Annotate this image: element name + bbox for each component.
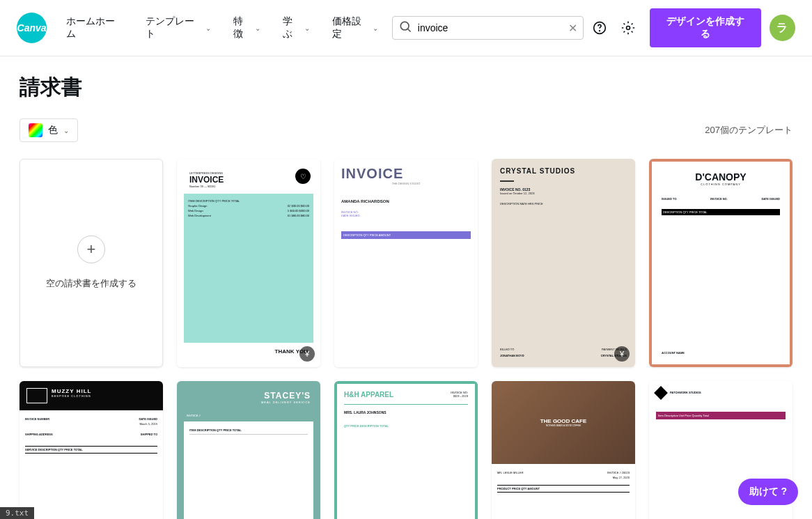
thumb-acct: ACCOUNT NAME	[662, 351, 780, 355]
create-blank-label: 空の請求書を作成する	[46, 277, 136, 290]
thumb-title: INVOICE	[189, 175, 308, 185]
thumb-thankyou: THANK YOU	[184, 343, 313, 360]
template-grid: + 空の請求書を作成する LETTERPRESS DESIGNS INVOICE…	[19, 159, 793, 519]
thumb-brand: PATCHWORK STUDIOS	[670, 391, 701, 394]
thumb-date: DATE ISSUED:	[341, 214, 361, 217]
svg-point-0	[400, 22, 409, 30]
template-card-staceys[interactable]: STACEY'S MEAL DELIVERY SERVICE INVOICE #…	[177, 381, 320, 519]
thumb-invno: INVOICE NUMBER	[25, 417, 49, 421]
create-design-button[interactable]: デザインを作成する	[650, 8, 761, 47]
template-count: 207個のテンプレート	[705, 124, 793, 137]
thumb-client: MR. LESLIE MILLER	[497, 471, 524, 474]
thumb-shipto: SHIPPED TO	[141, 433, 157, 436]
thumb-cols: QTY PRICE DESCRIPTION TOTAL	[344, 424, 468, 428]
thumb-sub: NOTHING BEATS A GOOD COFFEE	[546, 424, 581, 427]
search-icon	[398, 20, 412, 36]
currency-badge-icon: ¥	[299, 346, 315, 362]
template-card-letterpress[interactable]: LETTERPRESS DESIGNS INVOICE Number 78 — …	[177, 159, 320, 367]
svg-point-4	[627, 26, 630, 30]
heart-icon: ♡	[295, 169, 311, 184]
thumb-billed-name: JONATHAN BOYD	[500, 354, 524, 357]
thumb-date: DATE ISSUED	[761, 197, 780, 201]
template-card-crystal-studios[interactable]: CRYSTAL STUDIOS INVOICE NO. 0123 Issued …	[492, 159, 635, 367]
nav-pricing-label: 価格設定	[332, 15, 370, 40]
thumb-sub: THE DESIGN STUDIO	[341, 182, 471, 185]
thumb-cols: ITEM DESCRIPTION QTY PRICE TOTAL	[188, 199, 309, 203]
thumb-sub: CLOTHING COMPANY	[662, 183, 780, 186]
rainbow-swatch-icon	[29, 123, 42, 137]
thumb-title: D'CANOPY	[662, 171, 780, 183]
chevron-down-icon: ⌄	[205, 24, 211, 32]
nav-learn-label: 学ぶ	[283, 15, 302, 40]
template-card-muzzy-hill[interactable]: MUZZY HILL BESPOKE CLOTHING INVOICE NUMB…	[19, 381, 163, 519]
thumb-invno-label: INVOICE NO:	[451, 391, 468, 394]
thumb-title: MUZZY HILL	[52, 388, 91, 394]
floating-help-button[interactable]: 助けて ?	[738, 479, 798, 505]
hanger-icon	[26, 388, 47, 403]
svg-point-3	[599, 31, 600, 31]
thumb-cols: SERVICE DESCRIPTION QTY PRICE TOTAL	[25, 446, 157, 454]
color-filter[interactable]: 色 ⌄	[19, 118, 78, 142]
page-body: 請求書 色 ⌄ 207個のテンプレート + 空の請求書を作成する LETTERP…	[0, 56, 812, 519]
thumb-cols: DESCRIPTION QTY PRICE TOTAL	[662, 209, 780, 215]
thumb-invno: INVOICE NO.	[710, 197, 728, 201]
settings-icon[interactable]	[616, 15, 641, 41]
chevron-down-icon: ⌄	[63, 127, 69, 134]
filter-row: 色 ⌄ 207個のテンプレート	[19, 118, 793, 142]
thumb-billed: BILLED TO	[500, 348, 514, 351]
search-bar[interactable]: ✕	[392, 16, 584, 40]
thumb-client: MRS. LAURA JOHNSONS	[344, 410, 468, 415]
thumb-cols: PRODUCT PRICE QTY AMOUNT	[497, 485, 630, 493]
top-header: Canva ホームホーム テンプレート⌄ 特徴⌄ 学ぶ⌄ 価格設定⌄ ✕ デザイ…	[0, 0, 812, 56]
nav-features[interactable]: 特徴⌄	[225, 10, 269, 46]
template-card-design-studio[interactable]: INVOICE THE DESIGN STUDIO AMANDA RICHARD…	[334, 159, 478, 367]
thumb-title: CRYSTAL STUDIOS	[500, 167, 627, 175]
chevron-down-icon: ⌄	[255, 24, 260, 32]
thumb-title: THE GOOD CAFE	[540, 418, 587, 424]
currency-badge-icon: ¥	[614, 346, 630, 362]
thumb-issued: Issued on October 12, 2023	[500, 192, 627, 195]
thumb-inv: INVOICE # 20023	[607, 471, 630, 474]
thumb-date: May 27, 2020	[613, 476, 630, 479]
thumb-date: DATE ISSUED	[139, 417, 157, 421]
template-card-good-cafe[interactable]: THE GOOD CAFE NOTHING BEATS A GOOD COFFE…	[492, 381, 635, 519]
nav-pricing[interactable]: 価格設定⌄	[324, 10, 387, 46]
thumb-cols: DESCRIPTION RATE HRS PRICE	[500, 202, 627, 206]
thumb-cols: DESCRIPTION QTY PRICE AMOUNT	[341, 231, 471, 239]
nav-home[interactable]: ホームホーム	[58, 10, 132, 46]
thumb-sub: MEAL DELIVERY SERVICE	[187, 401, 311, 404]
create-blank-card[interactable]: + 空の請求書を作成する	[19, 159, 163, 367]
page-title: 請求書	[19, 73, 793, 102]
clear-search-icon[interactable]: ✕	[568, 22, 577, 35]
color-filter-label: 色	[48, 124, 58, 137]
template-card-hh-apparel[interactable]: H&H APPAREL INVOICE NO:0023 - 2023 MRS. …	[334, 381, 478, 519]
thumb-ship: SHIPPING ADDRESS	[25, 433, 53, 436]
thumb-issued-to: ISSUED TO	[662, 197, 677, 201]
canva-logo[interactable]: Canva	[17, 13, 47, 43]
thumb-client: AMANDA RICHARDSON	[341, 199, 471, 203]
main-nav: ホームホーム テンプレート⌄ 特徴⌄ 学ぶ⌄ 価格設定⌄	[58, 10, 387, 46]
nav-home-label: ホームホーム	[66, 15, 123, 40]
thumb-sub: BESPOKE CLOTHING	[52, 394, 91, 398]
thumb-title: STACEY'S	[187, 391, 311, 401]
thumb-cols: Item Description Unit Price Quantity Tot…	[658, 414, 709, 417]
chevron-down-icon: ⌄	[373, 24, 378, 32]
thumb-number: Number 78 — 90591	[189, 185, 308, 188]
nav-templates-label: テンプレート	[146, 15, 203, 40]
search-input[interactable]	[418, 22, 563, 33]
template-card-dcanopy[interactable]: D'CANOPY CLOTHING COMPANY ISSUED TOINVOI…	[649, 159, 793, 367]
user-avatar[interactable]: ラ	[770, 15, 795, 41]
thumb-title: INVOICE	[341, 166, 471, 182]
nav-learn[interactable]: 学ぶ⌄	[274, 10, 318, 46]
thumb-inv: INVOICE #	[187, 414, 201, 417]
footer-file-label: 9.txt	[0, 507, 34, 519]
thumb-invno-val: 0023 - 2023	[451, 394, 468, 398]
nav-templates[interactable]: テンプレート⌄	[137, 10, 219, 46]
chevron-down-icon: ⌄	[304, 24, 310, 32]
thumb-cols: ITEM DESCRIPTION QTY PRICE TOTAL	[189, 428, 308, 435]
svg-line-1	[408, 29, 411, 32]
nav-features-label: 特徴	[233, 15, 252, 40]
thumb-title: H&H APPAREL	[344, 391, 393, 398]
plus-icon: +	[77, 235, 105, 263]
help-icon[interactable]	[586, 15, 612, 41]
